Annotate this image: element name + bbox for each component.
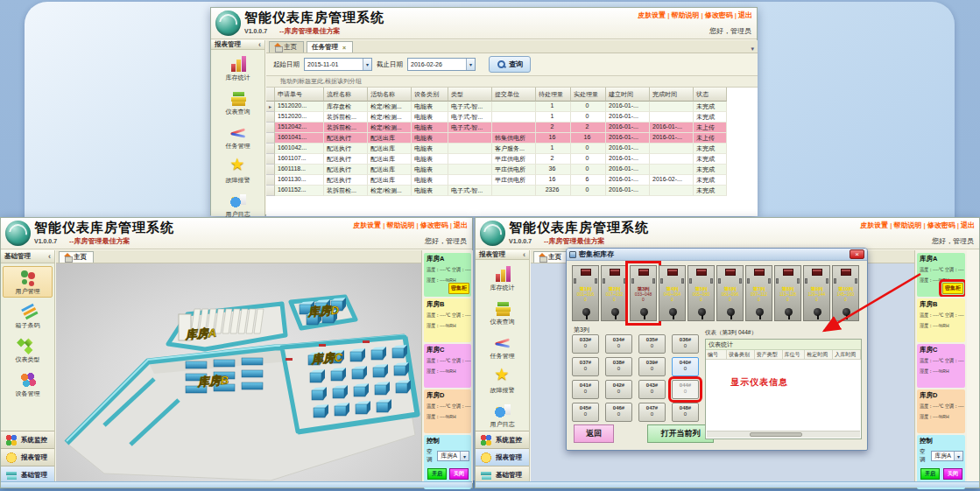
warehouse-3d-view[interactable]: 库房A 库房B 库房C 库房D [56, 263, 421, 483]
cabinet-column-4[interactable]: 第4列049~0640 [659, 265, 686, 321]
open-current-column-button[interactable]: 打开当前列 [647, 424, 714, 443]
column-header[interactable]: 实处理量 [571, 88, 606, 102]
meter-column-header[interactable]: 检定时间 [805, 350, 833, 359]
header-link-0[interactable]: 皮肤设置 [638, 11, 666, 19]
ac-room-select[interactable]: 库房A▾ [437, 451, 469, 461]
slot-button-040[interactable]: 040#0 [672, 357, 699, 376]
column-header[interactable]: 建立时间 [606, 88, 650, 102]
sidebar-item-user-log[interactable]: 用户日志 [476, 399, 529, 431]
ac-on-button[interactable]: 开启 [427, 468, 447, 480]
collapse-chevron-icon[interactable]: ‹ [523, 250, 525, 259]
tab-overflow-icon[interactable]: ▾ [751, 46, 754, 53]
dialog-close-button[interactable]: × [850, 249, 864, 259]
header-link-3[interactable]: 退出 [738, 11, 752, 19]
compact-cabinet-button[interactable]: 密集柜 [448, 283, 469, 294]
ac-off-button[interactable]: 关闭 [449, 468, 469, 480]
sidebar-item-devices[interactable]: 设备管理 [1, 368, 54, 400]
meter-column-header[interactable]: 设备类别 [727, 350, 755, 359]
slot-button-041[interactable]: 041#0 [572, 380, 599, 399]
meter-column-header[interactable]: 资产类型 [755, 350, 783, 359]
sidebar-item-chart-bars[interactable]: 库存统计 [476, 263, 529, 294]
header-link-2[interactable]: 修改密码 [420, 221, 448, 229]
meter-column-header[interactable]: 入库时间 [833, 350, 861, 359]
header-link-3[interactable]: 退出 [961, 221, 975, 229]
table-row[interactable]: 1601107...配送执行配送出库电能表平庄供电所202016-01-...未… [266, 154, 758, 165]
slot-button-044[interactable]: 044#0 [672, 380, 699, 399]
collapse-chevron-icon[interactable]: ‹ [258, 40, 261, 49]
table-row[interactable]: 1601130...配送执行配送出库电能表平庄供电所1662016-01-...… [266, 175, 758, 186]
sidebar-item-chart-bars[interactable]: 库存统计 [211, 53, 264, 84]
header-link-2[interactable]: 修改密码 [927, 221, 955, 229]
slot-button-035[interactable]: 035#0 [638, 334, 666, 354]
ac-room-select[interactable]: 库房A▾ [931, 451, 963, 461]
column-header[interactable]: 待处理量 [536, 88, 571, 102]
cabinet-column-5[interactable]: 第5列065~0800 [687, 265, 715, 321]
column-header[interactable]: 设备类别 [412, 88, 448, 102]
sidebar-item-user-log[interactable]: 用户日志 [211, 189, 264, 221]
slot-button-048[interactable]: 048#0 [672, 403, 699, 422]
ac-off-button[interactable]: 关闭 [943, 468, 962, 480]
slot-button-038[interactable]: 038#0 [605, 357, 632, 376]
table-row[interactable]: 1601152...装拆前检...检定/检测...电能表电子式-智...2326… [266, 186, 758, 196]
column-header[interactable]: 类型 [448, 88, 492, 102]
collapse-chevron-icon[interactable]: ‹ [48, 252, 51, 261]
slot-button-033[interactable]: 033#0 [572, 334, 599, 354]
table-row[interactable]: 1512020...装拆前检...检定/检测...电能表电子式-智...1020… [266, 112, 758, 123]
header-link-2[interactable]: 修改密码 [705, 11, 733, 19]
table-row[interactable]: 1601118...配送执行配送出库电能表平庄供电所3602016-01-...… [266, 165, 758, 175]
sidebar-item-pens[interactable]: 任务管理 [211, 121, 264, 152]
sidebar-item-star[interactable]: 故障报警 [476, 365, 529, 396]
sidebar-item-star[interactable]: 故障报警 [211, 155, 264, 186]
cabinet-column-6[interactable]: 第6列081~0960 [716, 265, 744, 321]
table-row[interactable]: 1601041...配送执行配送出库电能表韩集供电所16162016-01-..… [266, 133, 758, 144]
slot-button-043[interactable]: 043#0 [638, 380, 666, 399]
slot-button-037[interactable]: 037#0 [572, 357, 599, 376]
cabinet-column-3[interactable]: 第3列033~0480 [630, 265, 657, 321]
cabinet-column-1[interactable]: 第1列001~0160 [572, 265, 599, 321]
group-button-base[interactable]: 基础管理 [476, 466, 529, 483]
column-header[interactable]: 完成时间 [650, 88, 694, 102]
group-button-report[interactable]: 报表管理 [476, 448, 529, 466]
compact-cabinet-button[interactable]: 密集柜 [942, 283, 963, 294]
slot-button-047[interactable]: 047#0 [638, 403, 666, 422]
sidebar-item-users[interactable]: 用户管理 [3, 266, 53, 298]
slot-button-036[interactable]: 036#0 [672, 334, 699, 354]
cabinet-column-2[interactable]: 第2列017~0320 [601, 265, 628, 321]
header-link-0[interactable]: 皮肤设置 [353, 221, 381, 229]
table-row[interactable]: ▸1512020...库存盘检检定/检测...电能表电子式-智...102016… [266, 102, 758, 112]
dropdown-arrow-icon[interactable]: ▾ [363, 59, 371, 70]
dropdown-arrow-icon[interactable]: ▾ [466, 59, 475, 70]
sidebar-header[interactable]: 基础管理 ‹ [1, 250, 54, 263]
tab-home[interactable]: 主页 [533, 251, 568, 263]
tab-home[interactable]: 主页 [59, 251, 94, 263]
sidebar-item-barcode[interactable]: 箱子条码 [1, 300, 54, 332]
slot-button-034[interactable]: 034#0 [605, 334, 632, 354]
tab-close-icon[interactable]: × [342, 45, 346, 51]
group-button-base[interactable]: 基础管理 [1, 466, 54, 483]
dialog-title-bar[interactable]: 密集柜库存 × [567, 249, 867, 261]
header-link-3[interactable]: 退出 [454, 221, 468, 229]
group-button-monitor[interactable]: 系统监控 [476, 431, 529, 448]
tab-task-management[interactable]: 任务管理 × [307, 41, 353, 53]
table-row[interactable]: 1512042...装拆前检...检定/检测...电能表电子式-智...2220… [266, 123, 758, 133]
sidebar-item-books[interactable]: 仪表查询 [476, 297, 529, 328]
back-button[interactable]: 返回 [574, 424, 614, 443]
meter-column-header[interactable]: 库位号 [783, 350, 806, 359]
header-link-0[interactable]: 皮肤设置 [860, 221, 888, 229]
header-link-1[interactable]: 帮助说明 [672, 11, 700, 19]
end-date-picker[interactable]: 2016-02-26 ▾ [407, 58, 476, 71]
cabinet-column-10[interactable]: 第10列145~1600 [832, 265, 859, 321]
scrollbar-thumb[interactable] [750, 432, 802, 437]
start-date-picker[interactable]: 2015-11-01 ▾ [304, 58, 372, 71]
search-button[interactable]: 查询 [489, 56, 531, 73]
slot-button-045[interactable]: 045#0 [572, 403, 599, 422]
sidebar-item-books[interactable]: 仪表查询 [211, 87, 264, 118]
tab-home[interactable]: 主页 [269, 41, 304, 53]
sidebar-header[interactable]: 报表管理 ‹ [211, 40, 264, 50]
column-header[interactable]: 状态 [694, 88, 727, 102]
cabinet-column-7[interactable]: 第7列097~1120 [745, 265, 772, 321]
slot-button-042[interactable]: 042#0 [605, 380, 632, 399]
ac-on-button[interactable]: 开启 [920, 468, 940, 480]
group-button-monitor[interactable]: 系统监控 [1, 431, 54, 448]
column-header[interactable]: 活动名称 [368, 88, 412, 102]
